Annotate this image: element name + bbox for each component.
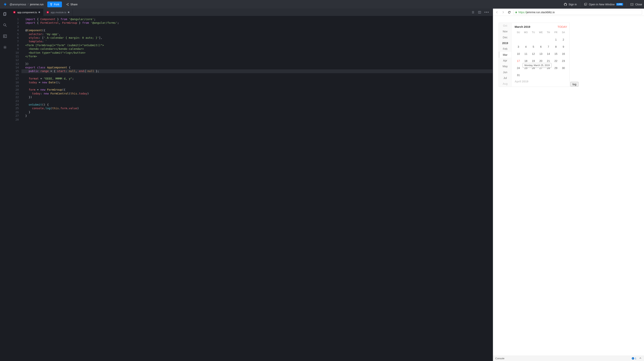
code-line[interactable]: <form [formGroup]="form" (submit)="onSub…: [22, 44, 492, 47]
code-area[interactable]: 1234567891011121314151617181920212223242…: [10, 16, 492, 361]
console-bar[interactable]: Console i 1: [493, 356, 644, 361]
calendar-nav-oct[interactable]: Oct: [499, 23, 511, 28]
calendar-nav-apr[interactable]: Apr: [499, 58, 511, 64]
calendar-day[interactable]: 13: [537, 50, 544, 57]
code-line[interactable]: }): [22, 96, 492, 99]
toggle-list-icon[interactable]: [471, 10, 475, 14]
code-line[interactable]: }: [22, 114, 492, 118]
console-expand-button[interactable]: [639, 357, 642, 360]
editor-more-icon[interactable]: •••: [484, 10, 489, 14]
rail-search-button[interactable]: [2, 22, 8, 28]
calendar-day[interactable]: 16: [560, 50, 567, 57]
owner-link[interactable]: @anonymous: [10, 3, 26, 6]
calendar-today-link[interactable]: TODAY: [558, 25, 567, 28]
code-line[interactable]: import { Component } from '@angular/core…: [22, 18, 492, 21]
calendar-nav-feb[interactable]: Feb: [499, 46, 511, 52]
fork-button[interactable]: Fork: [47, 2, 62, 7]
console-info-count: i 1: [632, 357, 636, 360]
code-line[interactable]: [22, 84, 492, 88]
tab-label: app.component.ts: [17, 11, 37, 14]
share-button[interactable]: Share: [64, 2, 80, 7]
calendar-nav-aug[interactable]: Aug: [499, 81, 511, 86]
calendar-nav-jun[interactable]: Jun: [499, 69, 511, 75]
kendo-calendar[interactable]: OctNovDec2019FebMarAprMayJunJulAug March…: [499, 22, 570, 87]
share-label: Share: [70, 3, 78, 6]
browser-forward-button[interactable]: [501, 10, 505, 14]
calendar-day[interactable]: 29: [552, 64, 560, 72]
code-line[interactable]: [22, 99, 492, 103]
open-new-window-button[interactable]: Open in New Window LIVE: [584, 3, 623, 6]
calendar-month-nav[interactable]: OctNovDec2019FebMarAprMayJunJulAug: [499, 23, 512, 86]
code-line[interactable]: template: `: [22, 40, 492, 43]
calendar-nav-2019[interactable]: 2019: [499, 40, 511, 46]
code-line[interactable]: today: new FormControl(this.today): [22, 92, 492, 96]
rail-settings-button[interactable]: [2, 45, 8, 50]
calendar-day[interactable]: 3: [514, 43, 522, 50]
code-line[interactable]: [22, 25, 492, 28]
code-line[interactable]: import { FormControl, FormGroup } from '…: [22, 21, 492, 25]
rail-panels-button[interactable]: [2, 34, 8, 39]
code-line[interactable]: @Component({: [22, 28, 492, 32]
calendar-day[interactable]: 12: [530, 50, 537, 57]
calendar-nav-may[interactable]: May: [499, 64, 511, 69]
calendar-empty: [530, 72, 537, 78]
calendar-day[interactable]: 8: [552, 43, 560, 50]
code-line[interactable]: today = new Date();: [22, 81, 492, 84]
calendar-day[interactable]: 31: [514, 72, 522, 78]
code-line[interactable]: styles: ['.k-calendar { margin: 0 auto; …: [22, 36, 492, 40]
calendar-day[interactable]: 23: [560, 57, 567, 64]
tab-app-module-ts[interactable]: app.module.ts: [43, 8, 73, 16]
code-line[interactable]: `: [22, 58, 492, 62]
signin-button[interactable]: Sign in: [564, 3, 577, 6]
browser-back-button[interactable]: [495, 10, 499, 14]
calendar-day[interactable]: 24: [514, 64, 522, 72]
close-button[interactable]: Close: [630, 3, 642, 6]
calendar-nav-dec[interactable]: Dec: [499, 34, 511, 40]
code-line[interactable]: onSubmit() {: [22, 103, 492, 106]
calendar-day[interactable]: 14: [545, 50, 552, 57]
code-line[interactable]: export class AppComponent {: [22, 66, 492, 69]
calendar-day[interactable]: 10: [514, 50, 522, 57]
code-line[interactable]: [22, 118, 492, 122]
calendar-day[interactable]: 11: [522, 50, 530, 57]
calendar-day[interactable]: 2: [560, 36, 567, 43]
code-line[interactable]: console.log(this.form.value): [22, 106, 492, 110]
code-line[interactable]: selector: 'my-app',: [22, 32, 492, 36]
calendar-day[interactable]: 5: [530, 43, 537, 50]
calendar-nav-mar[interactable]: Mar: [499, 52, 511, 58]
code-line[interactable]: }: [22, 110, 492, 114]
code-content[interactable]: import { Component } from '@angular/core…: [22, 16, 492, 361]
code-line[interactable]: public range = { start: null, end: null …: [22, 69, 492, 73]
url-bar[interactable]: https://jemrme.run.stackblitz.io: [513, 10, 642, 15]
calendar-nav-jul[interactable]: Jul: [499, 75, 511, 81]
chevron-up-icon: [639, 357, 642, 360]
split-editor-icon[interactable]: [478, 10, 481, 14]
calendar-empty: [560, 72, 567, 78]
code-line[interactable]: <kendo-calendar></kendo-calendar>: [22, 47, 492, 51]
editor-tabs: app.component.tsapp.module.ts •••: [10, 8, 492, 16]
code-line[interactable]: form = new FormGroup({: [22, 88, 492, 92]
code-line[interactable]: <button type="submit">log</button>: [22, 51, 492, 54]
code-line[interactable]: [22, 73, 492, 77]
code-line[interactable]: format = "EEEE, MMMM d, y";: [22, 77, 492, 80]
tab-app-component-ts[interactable]: app.component.ts: [10, 8, 43, 16]
log-button[interactable]: log: [570, 82, 578, 86]
calendar-day[interactable]: 4: [522, 43, 530, 50]
code-line[interactable]: </form>: [22, 54, 492, 58]
calendar-day[interactable]: 7: [545, 43, 552, 50]
calendar-day[interactable]: 9: [560, 43, 567, 50]
github-icon: [564, 3, 567, 6]
calendar-day[interactable]: 22: [552, 57, 560, 64]
code-line[interactable]: }): [22, 62, 492, 66]
calendar-day[interactable]: 17: [514, 57, 522, 64]
calendar-day[interactable]: 30: [560, 64, 567, 72]
calendar-day[interactable]: 15: [552, 50, 560, 57]
project-name[interactable]: jemrme.run: [30, 3, 44, 6]
calendar-title[interactable]: March 2019: [514, 25, 530, 28]
calendar-day[interactable]: 6: [537, 43, 544, 50]
dirty-indicator-icon: [38, 12, 40, 13]
calendar-day[interactable]: 1: [552, 36, 560, 43]
browser-reload-button[interactable]: [507, 10, 511, 14]
rail-files-button[interactable]: [2, 11, 8, 17]
calendar-nav-nov[interactable]: Nov: [499, 28, 511, 34]
